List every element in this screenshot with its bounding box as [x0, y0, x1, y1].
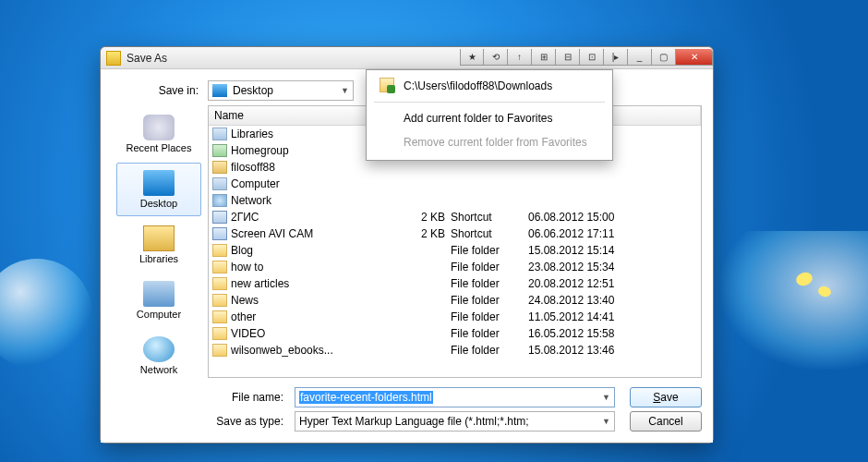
file-name: how to	[231, 261, 397, 274]
file-name: Blog	[231, 244, 397, 257]
file-date: 16.05.2012 15:58	[528, 327, 701, 340]
computer-icon	[143, 281, 175, 307]
file-date: 06.06.2012 17:11	[528, 227, 701, 240]
list-item[interactable]: otherFile folder11.05.2012 14:41	[209, 309, 701, 325]
file-icon	[212, 194, 227, 207]
places-computer[interactable]: Computer	[116, 274, 201, 327]
file-icon	[212, 261, 227, 274]
place-label: Libraries	[139, 253, 178, 264]
file-icon	[212, 227, 227, 240]
save-in-value: Desktop	[233, 84, 273, 97]
file-date: 24.08.2012 13:40	[528, 294, 701, 307]
list-item[interactable]: Computer	[209, 176, 701, 192]
titlebar-buttons: ★ ⟲ ↑ ⊞ ⊟ ⊡ |▸ _ ▢ ✕	[460, 51, 713, 66]
desktop-icon	[143, 170, 175, 196]
resize-button-1[interactable]: ⊞	[532, 49, 556, 66]
file-name: new articles	[231, 277, 397, 290]
file-icon	[212, 310, 227, 323]
file-date: 06.08.2012 15:00	[528, 211, 701, 224]
file-icon	[212, 177, 227, 190]
list-item[interactable]: how toFile folder23.08.2012 15:34	[209, 259, 701, 275]
file-name-value: favorite-recent-folders.html	[299, 391, 433, 404]
desktop-icon	[212, 84, 227, 97]
file-icon	[212, 327, 227, 340]
cancel-button[interactable]: Cancel	[630, 411, 702, 432]
file-icon	[212, 344, 227, 357]
list-item[interactable]: VIDEOFile folder16.05.2012 15:58	[209, 325, 701, 342]
file-icon	[212, 161, 227, 174]
file-name: filosoff88	[231, 161, 397, 174]
window-title: Save As	[127, 52, 460, 65]
chevron-down-icon: ▼	[602, 393, 610, 402]
favorite-path-item[interactable]: C:\Users\filodoff88\Downloads	[367, 74, 612, 98]
file-type: File folder	[451, 261, 528, 274]
file-type: File folder	[451, 244, 528, 257]
file-icon	[212, 128, 227, 140]
left-column: Save in: Recent PlacesDesktopLibrariesCo…	[110, 79, 208, 433]
app-icon	[106, 51, 121, 66]
go-up-button[interactable]: ↑	[508, 49, 532, 66]
list-item[interactable]: BlogFile folder15.08.2012 15:14	[209, 242, 701, 259]
file-type: File folder	[451, 277, 528, 290]
remove-folder-from-favorites-item: Remove current folder from Favorites	[367, 130, 612, 154]
file-name: Screen AVI CAM	[231, 227, 397, 240]
file-icon	[212, 211, 227, 224]
list-item[interactable]: Screen AVI CAM2 KBShortcut06.06.2012 17:…	[209, 225, 701, 242]
file-name: News	[231, 294, 397, 307]
file-type: File folder	[451, 294, 528, 307]
save-in-label: Save in:	[110, 79, 208, 102]
list-item[interactable]: new articlesFile folder20.08.2012 12:51	[209, 275, 701, 292]
resize-button-3[interactable]: ⊡	[580, 49, 604, 66]
file-name: 2ГИС	[231, 211, 397, 224]
save-as-type-value: Hyper Text Markup Language file (*.html;…	[299, 415, 529, 428]
chevron-down-icon: ▼	[341, 86, 349, 95]
file-type: File folder	[451, 310, 528, 323]
places-bar: Recent PlacesDesktopLibrariesComputerNet…	[110, 102, 208, 433]
file-date: 15.08.2012 15:14	[528, 244, 701, 257]
places-libraries[interactable]: Libraries	[116, 218, 201, 272]
list-item[interactable]: NewsFile folder24.08.2012 13:40	[209, 292, 701, 309]
save-in-dropdown[interactable]: Desktop ▼	[208, 80, 354, 101]
file-name: VIDEO	[231, 327, 397, 340]
minimize-button[interactable]: _	[628, 49, 652, 66]
menu-separator	[374, 102, 605, 103]
save-button[interactable]: Save	[630, 387, 702, 407]
places-network[interactable]: Network	[116, 329, 201, 383]
folder-download-icon	[380, 78, 394, 92]
file-rows[interactable]: LibrariesHomegroupfilosoff88ComputerNetw…	[209, 126, 701, 377]
file-name: wilsonweb_ebooks...	[231, 344, 397, 357]
close-button[interactable]: ✕	[676, 49, 713, 66]
places-desktop[interactable]: Desktop	[116, 163, 201, 216]
file-date: 23.08.2012 15:34	[528, 261, 701, 274]
favorites-star-button[interactable]: ★	[460, 49, 484, 66]
bottom-panel: File name: favorite-recent-folders.html …	[208, 385, 702, 433]
list-item[interactable]: Network	[209, 192, 701, 209]
list-item[interactable]: wilsonweb_ebooks...File folder15.08.2012…	[209, 342, 701, 359]
column-header-name[interactable]: Name	[209, 106, 380, 125]
favorites-menu[interactable]: C:\Users\filodoff88\Downloads Add curren…	[366, 69, 613, 161]
file-icon	[212, 294, 227, 307]
recent-folders-button[interactable]: ⟲	[484, 49, 508, 66]
file-type: File folder	[451, 327, 528, 340]
maximize-button[interactable]: ▢	[652, 49, 676, 66]
file-date: 20.08.2012 12:51	[528, 277, 701, 290]
file-type: Shortcut	[451, 211, 528, 224]
rollup-button[interactable]: |▸	[604, 49, 628, 66]
places-recent[interactable]: Recent Places	[116, 107, 201, 161]
file-name: Computer	[231, 177, 397, 190]
file-name-input[interactable]: favorite-recent-folders.html ▼	[295, 387, 615, 407]
place-label: Recent Places	[127, 142, 192, 153]
titlebar[interactable]: Save As ★ ⟲ ↑ ⊞ ⊟ ⊡ |▸ _ ▢ ✕	[101, 47, 713, 69]
file-size: 2 KB	[397, 211, 451, 224]
resize-button-2[interactable]: ⊟	[556, 49, 580, 66]
save-as-type-dropdown[interactable]: Hyper Text Markup Language file (*.html;…	[295, 411, 615, 432]
file-date: 15.08.2012 13:46	[528, 344, 701, 357]
libraries-icon	[143, 225, 175, 251]
chevron-down-icon: ▼	[602, 417, 610, 426]
file-icon	[212, 244, 227, 257]
network-icon	[143, 336, 175, 362]
place-label: Network	[140, 364, 177, 375]
list-item[interactable]: 2ГИС2 KBShortcut06.08.2012 15:00	[209, 209, 701, 225]
add-folder-to-favorites-item[interactable]: Add current folder to Favorites	[367, 106, 612, 130]
list-item[interactable]: filosoff88	[209, 159, 701, 176]
